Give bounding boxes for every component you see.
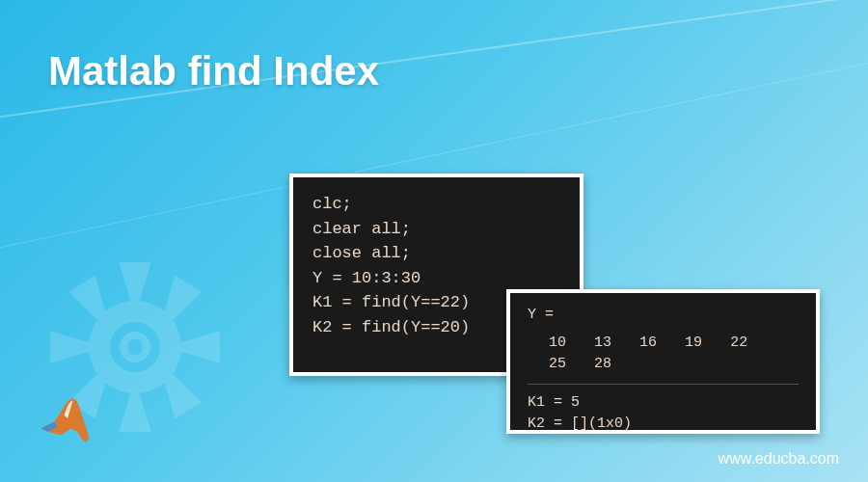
output-k2: K2 = [](1x0) (528, 414, 799, 436)
matlab-logo-icon (34, 395, 101, 448)
code-line: clear all; (312, 217, 560, 242)
code-line: clc; (312, 192, 560, 217)
footer-url: www.educba.com (719, 450, 839, 468)
output-k1: K1 = 5 (528, 392, 799, 415)
output-label: Y = (528, 305, 799, 327)
code-line: Y = 10:3:30 (312, 266, 560, 291)
code-line: close all; (312, 241, 560, 266)
page-title: Matlab find Index (48, 48, 379, 94)
divider (528, 384, 799, 385)
code-output-box: Y = 10 13 16 19 22 25 28 K1 = 5 K2 = [](… (506, 289, 820, 434)
output-values: 10 13 16 19 22 25 28 (528, 333, 799, 376)
